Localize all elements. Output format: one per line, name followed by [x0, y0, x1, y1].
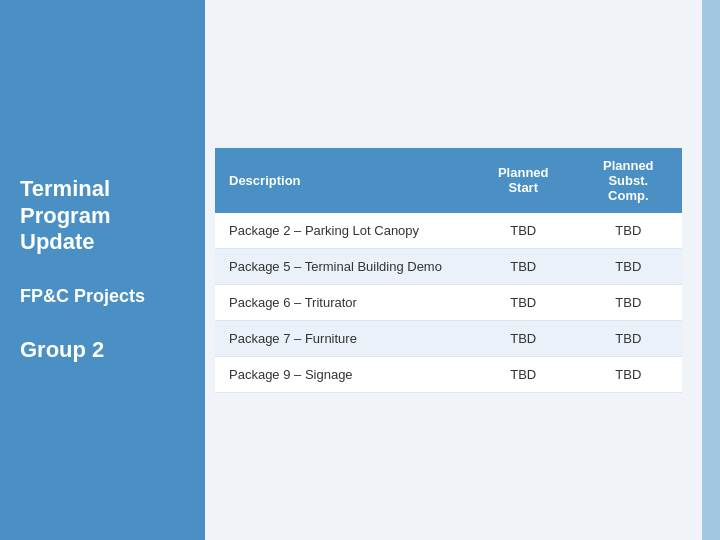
cell-planned-start: TBD — [472, 248, 575, 284]
projects-label: FP&C Projects — [20, 286, 185, 308]
cell-description: Package 6 – Triturator — [215, 284, 472, 320]
cell-description: Package 9 – Signage — [215, 356, 472, 392]
group-label: Group 2 — [20, 337, 185, 363]
cell-planned-start: TBD — [472, 284, 575, 320]
cell-planned-comp: TBD — [575, 284, 682, 320]
cell-planned-comp: TBD — [575, 356, 682, 392]
table-row: Package 2 – Parking Lot CanopyTBDTBD — [215, 213, 682, 249]
cell-description: Package 7 – Furniture — [215, 320, 472, 356]
header-description: Description — [215, 148, 472, 213]
cell-planned-start: TBD — [472, 320, 575, 356]
table-row: Package 7 – FurnitureTBDTBD — [215, 320, 682, 356]
program-title: Terminal Program Update — [20, 176, 185, 255]
cell-planned-comp: TBD — [575, 213, 682, 249]
table-row: Package 6 – TrituratorTBDTBD — [215, 284, 682, 320]
cell-description: Package 2 – Parking Lot Canopy — [215, 213, 472, 249]
table-container: Description Planned Start Planned Subst.… — [215, 148, 682, 393]
table-header-row: Description Planned Start Planned Subst.… — [215, 148, 682, 213]
cell-planned-start: TBD — [472, 213, 575, 249]
cell-planned-comp: TBD — [575, 320, 682, 356]
table-body: Package 2 – Parking Lot CanopyTBDTBDPack… — [215, 213, 682, 393]
right-accent-bar — [702, 0, 720, 540]
left-panel: Terminal Program Update FP&C Projects Gr… — [0, 0, 205, 540]
data-table: Description Planned Start Planned Subst.… — [215, 148, 682, 393]
right-panel: Description Planned Start Planned Subst.… — [205, 0, 702, 540]
cell-description: Package 5 – Terminal Building Demo — [215, 248, 472, 284]
header-planned-comp: Planned Subst. Comp. — [575, 148, 682, 213]
cell-planned-start: TBD — [472, 356, 575, 392]
cell-planned-comp: TBD — [575, 248, 682, 284]
table-row: Package 9 – SignageTBDTBD — [215, 356, 682, 392]
table-row: Package 5 – Terminal Building DemoTBDTBD — [215, 248, 682, 284]
header-planned-start: Planned Start — [472, 148, 575, 213]
